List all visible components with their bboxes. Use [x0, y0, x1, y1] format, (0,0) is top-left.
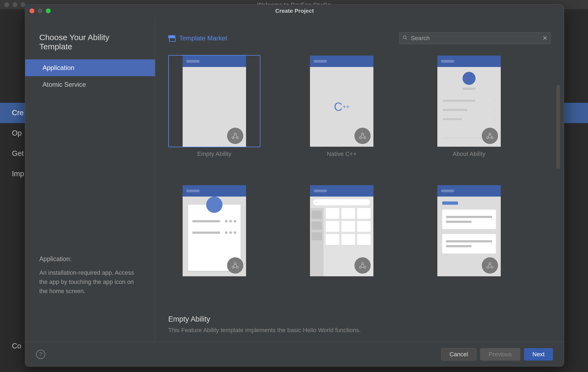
previous-button[interactable]: Previous: [480, 348, 520, 361]
svg-point-0: [403, 36, 406, 39]
network-icon: [227, 257, 243, 274]
sidebar-item-label: Atomic Service: [43, 81, 86, 88]
bg-zoom-icon[interactable]: [21, 2, 25, 7]
svg-point-2: [234, 133, 236, 135]
svg-line-6: [236, 135, 237, 137]
dialog-titlebar: Create Project: [25, 5, 564, 17]
bg-close-icon[interactable]: [4, 2, 9, 7]
svg-point-22: [237, 266, 238, 268]
sidebar-item-atomic-service[interactable]: Atomic Service: [25, 76, 155, 93]
svg-line-12: [363, 135, 364, 137]
close-icon[interactable]: [30, 8, 34, 13]
svg-point-34: [491, 266, 493, 268]
svg-line-35: [488, 264, 489, 267]
sidebar-desc-body: An installation-required app. Access the…: [39, 268, 141, 296]
template-market-label: Template Market: [179, 34, 227, 42]
svg-point-33: [487, 266, 489, 268]
sidebar-item-label: Application: [43, 64, 74, 71]
bg-minimize-icon[interactable]: [12, 2, 17, 7]
svg-line-11: [361, 135, 362, 137]
network-icon: [354, 257, 371, 274]
template-grid: Empty Ability C++: [168, 52, 551, 280]
search-icon: [403, 35, 408, 41]
template-empty-ability[interactable]: Empty Ability: [168, 55, 260, 158]
main-panel: Template Market ✕: [155, 17, 564, 342]
svg-point-14: [489, 133, 491, 135]
scrollbar[interactable]: [556, 85, 560, 169]
sidebar-desc-title: Application:: [39, 255, 141, 263]
svg-point-9: [359, 137, 361, 139]
template-business-card[interactable]: [168, 185, 260, 277]
minimize-icon[interactable]: [38, 8, 43, 13]
dialog-footer: ? Cancel Previous Next: [25, 342, 564, 366]
sidebar-item-application[interactable]: Application: [25, 59, 155, 76]
svg-line-17: [488, 135, 489, 137]
svg-point-4: [237, 137, 238, 139]
svg-point-20: [234, 263, 236, 265]
svg-line-1: [406, 38, 407, 40]
svg-line-5: [233, 135, 234, 137]
network-icon: [482, 257, 498, 274]
svg-point-3: [232, 137, 234, 139]
selection-title: Empty Ability: [168, 315, 551, 323]
network-icon: [482, 128, 498, 144]
sidebar-list: Application Atomic Service: [25, 59, 155, 93]
svg-point-32: [489, 263, 491, 265]
template-about-ability[interactable]: › › › About Ability: [423, 55, 515, 158]
template-label: Native C++: [327, 150, 357, 158]
svg-point-10: [364, 137, 366, 139]
template-label: Empty Ability: [197, 150, 231, 158]
svg-line-18: [491, 135, 492, 137]
search-box[interactable]: ✕: [399, 32, 551, 44]
svg-line-36: [491, 264, 492, 267]
svg-point-8: [362, 133, 364, 135]
svg-point-21: [232, 266, 234, 268]
zoom-icon[interactable]: [46, 8, 51, 13]
dialog-title: Create Project: [275, 8, 314, 14]
svg-point-16: [491, 137, 493, 139]
sidebar: Choose Your Ability Template Application…: [25, 17, 155, 342]
svg-point-28: [364, 266, 366, 268]
template-category[interactable]: ⌕: [296, 185, 388, 277]
help-icon[interactable]: ?: [36, 350, 45, 359]
svg-line-23: [233, 264, 234, 267]
svg-point-15: [487, 137, 489, 139]
next-button[interactable]: Next: [524, 348, 553, 361]
network-icon: [354, 128, 371, 144]
svg-point-26: [362, 263, 364, 265]
svg-line-24: [236, 264, 237, 267]
selection-body: This Feature Ability template implements…: [168, 327, 551, 334]
selection-description: Empty Ability This Feature Ability templ…: [155, 307, 564, 342]
template-label: About Ability: [453, 150, 485, 158]
clear-icon[interactable]: ✕: [542, 35, 547, 42]
cancel-button[interactable]: Cancel: [441, 348, 476, 361]
network-icon: [227, 128, 243, 144]
search-input[interactable]: [411, 35, 539, 42]
template-list-tab[interactable]: › ›: [423, 185, 515, 277]
sidebar-description: Application: An installation-required ap…: [25, 255, 155, 342]
template-market-link[interactable]: Template Market: [168, 34, 227, 42]
bg-traffic-lights: [0, 2, 25, 7]
svg-line-29: [361, 264, 362, 267]
svg-point-27: [359, 266, 361, 268]
dialog-traffic-lights: [25, 8, 51, 13]
template-native-cpp[interactable]: C++ Native C++: [296, 55, 388, 158]
market-icon: [168, 35, 175, 42]
svg-line-30: [363, 264, 364, 267]
sidebar-heading: Choose Your Ability Template: [25, 33, 155, 59]
create-project-dialog: Create Project Choose Your Ability Templ…: [25, 4, 564, 367]
